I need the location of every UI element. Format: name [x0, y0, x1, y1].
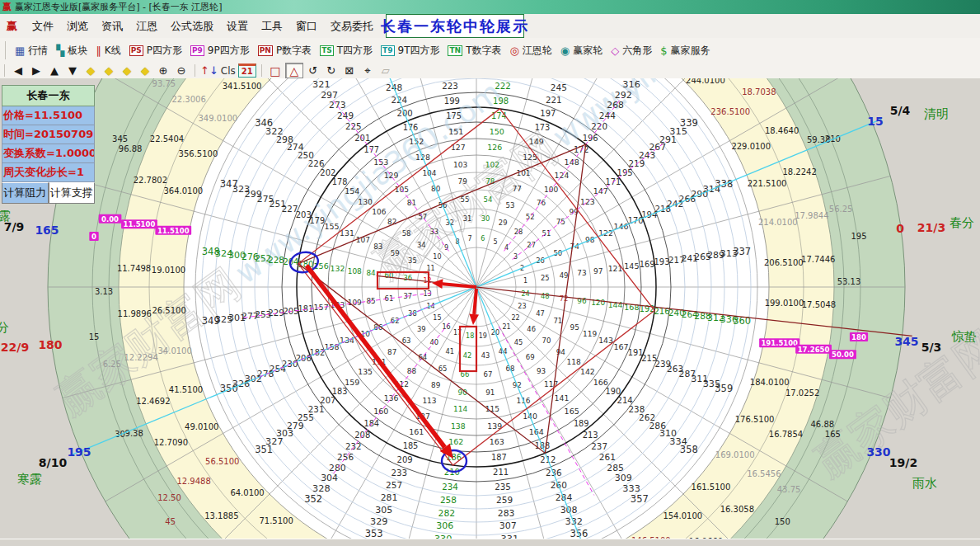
- p-number-table-button[interactable]: PNP数字表: [258, 44, 312, 58]
- kline-button[interactable]: ∥K线: [96, 44, 120, 58]
- svg-text:180: 180: [851, 333, 866, 341]
- t-square-button[interactable]: TST四方形: [320, 44, 373, 58]
- calc-support-button[interactable]: 计算支撑: [49, 182, 96, 204]
- triangle-tool-button[interactable]: △: [285, 63, 303, 78]
- svg-text:198: 198: [493, 96, 509, 106]
- svg-text:189: 189: [574, 419, 589, 428]
- svg-text:145: 145: [624, 261, 639, 271]
- winner-service-button[interactable]: $赢家服务: [660, 44, 710, 58]
- menu-item-公式选股[interactable]: 公式选股: [164, 16, 220, 36]
- svg-text:18.7038: 18.7038: [742, 87, 776, 96]
- svg-text:199.0100: 199.0100: [765, 299, 804, 308]
- menu-logo-icon: 赢: [7, 19, 17, 34]
- svg-text:17.2650: 17.2650: [798, 346, 830, 354]
- svg-text:357: 357: [631, 493, 649, 505]
- svg-text:21: 21: [502, 323, 510, 331]
- center-target-button[interactable]: ⌖: [359, 64, 376, 78]
- svg-text:130: 130: [358, 197, 373, 206]
- svg-text:351: 351: [255, 444, 273, 455]
- svg-text:175: 175: [446, 111, 462, 120]
- hexagon-button[interactable]: ◇六角形: [611, 44, 652, 58]
- svg-text:349.0100: 349.0100: [198, 114, 237, 123]
- svg-text:22.5404: 22.5404: [150, 134, 184, 144]
- expand-down-button[interactable]: ▼: [64, 64, 81, 78]
- p-square-button[interactable]: PSP四方形: [129, 44, 182, 58]
- stock-name: 长春一东: [2, 85, 95, 106]
- svg-text:160: 160: [373, 407, 388, 416]
- svg-text:304: 304: [321, 473, 338, 483]
- svg-text:10: 10: [433, 253, 441, 261]
- winner-wheel-button[interactable]: ◉赢家轮: [560, 44, 603, 58]
- t-square-button-icon: TS: [320, 45, 334, 56]
- svg-text:43.75: 43.75: [777, 485, 801, 494]
- svg-text:36: 36: [403, 274, 412, 282]
- svg-text:244.0100: 244.0100: [686, 78, 725, 85]
- rotate-cw-button[interactable]: ↻: [323, 64, 340, 78]
- t9-square-button[interactable]: T99T四方形: [381, 44, 439, 58]
- svg-text:124: 124: [555, 171, 570, 180]
- menu-item-浏览[interactable]: 浏览: [60, 16, 95, 36]
- svg-text:316: 316: [622, 79, 640, 90]
- svg-text:清明: 清明: [924, 106, 949, 121]
- sectors-button[interactable]: ▚板块: [56, 44, 87, 58]
- menu-item-资讯[interactable]: 资讯: [95, 16, 129, 36]
- step-up-diamond-button[interactable]: ◆: [119, 64, 135, 78]
- step-down-diamond-button[interactable]: ◆: [137, 64, 153, 78]
- svg-text:285: 285: [607, 463, 624, 473]
- svg-text:221: 221: [546, 95, 562, 105]
- menu-item-文件[interactable]: 文件: [26, 16, 60, 36]
- expand-up-button[interactable]: ▲: [46, 64, 63, 78]
- svg-text:31: 31: [463, 214, 472, 223]
- svg-text:16: 16: [442, 323, 450, 331]
- svg-text:352: 352: [304, 493, 322, 505]
- svg-text:8/10: 8/10: [39, 456, 68, 469]
- svg-text:42: 42: [463, 351, 472, 360]
- menu-item-工具[interactable]: 工具: [255, 16, 289, 36]
- menu-item-江恩[interactable]: 江恩: [129, 16, 164, 36]
- svg-text:50.00: 50.00: [832, 351, 854, 359]
- time-price-button[interactable]: ↑↓: [200, 64, 218, 78]
- svg-text:108: 108: [348, 267, 362, 275]
- svg-text:280: 280: [329, 463, 346, 473]
- menu-item-窗口[interactable]: 窗口: [289, 16, 324, 36]
- gann-wheel-button[interactable]: ◎江恩轮: [509, 44, 551, 58]
- square-tool-button[interactable]: □: [267, 64, 284, 78]
- cls-clear-button[interactable]: Cls: [220, 64, 237, 78]
- window-title: 赢家江恩专业版[赢家服务平台] - [长春一东 江恩轮]: [15, 1, 223, 13]
- delete-box-button[interactable]: ⊠: [341, 64, 358, 78]
- svg-text:56.25: 56.25: [829, 205, 853, 214]
- calendar-21-button[interactable]: 21: [238, 64, 256, 78]
- p9-square-button[interactable]: P99P四方形: [190, 44, 250, 58]
- svg-text:358: 358: [680, 444, 698, 455]
- step-left-diamond-button[interactable]: ◆: [82, 64, 99, 78]
- zoom-in-button[interactable]: ⊕: [155, 64, 171, 78]
- menu-item-设置[interactable]: 设置: [220, 16, 255, 36]
- info-row: 周天变化步长=1: [2, 163, 95, 182]
- svg-text:18.2242: 18.2242: [782, 167, 816, 177]
- svg-text:180: 180: [38, 338, 62, 351]
- t-square-button-label: T四方形: [337, 44, 373, 58]
- quotes-button[interactable]: ▦行情: [15, 44, 48, 58]
- board-button[interactable]: ▱: [377, 64, 394, 78]
- menu-item-交易委托[interactable]: 交易委托: [324, 16, 380, 36]
- svg-text:0: 0: [896, 222, 904, 235]
- gann-wheel-area[interactable]: 赢家财富网www.yingjia360.com赢家财富网www.yingjia3…: [0, 78, 980, 539]
- t-number-table-button[interactable]: TNT数字表: [448, 44, 501, 58]
- svg-text:53.13: 53.13: [837, 277, 861, 286]
- gann-wheel-button-label: 江恩轮: [523, 44, 552, 58]
- step-right-diamond-button[interactable]: ◆: [101, 64, 117, 78]
- svg-text:174: 174: [491, 111, 507, 120]
- gann-wheel-canvas[interactable]: 赢家财富网www.yingjia360.com赢家财富网www.yingjia3…: [0, 78, 980, 539]
- rotate-right-button[interactable]: ▶: [28, 64, 45, 78]
- calc-resistance-button[interactable]: 计算阻力: [2, 182, 49, 204]
- svg-text:惊蛰: 惊蛰: [951, 329, 977, 344]
- svg-text:209: 209: [397, 455, 413, 464]
- svg-text:17.5048: 17.5048: [802, 300, 836, 309]
- svg-text:173: 173: [535, 123, 551, 132]
- svg-text:237: 237: [591, 441, 607, 451]
- svg-text:126: 126: [487, 143, 502, 152]
- svg-text:15: 15: [89, 332, 100, 341]
- zoom-out-button[interactable]: ⊖: [173, 64, 190, 78]
- rotate-ccw-button[interactable]: ↺: [305, 64, 321, 78]
- rotate-left-button[interactable]: ◀: [10, 64, 26, 78]
